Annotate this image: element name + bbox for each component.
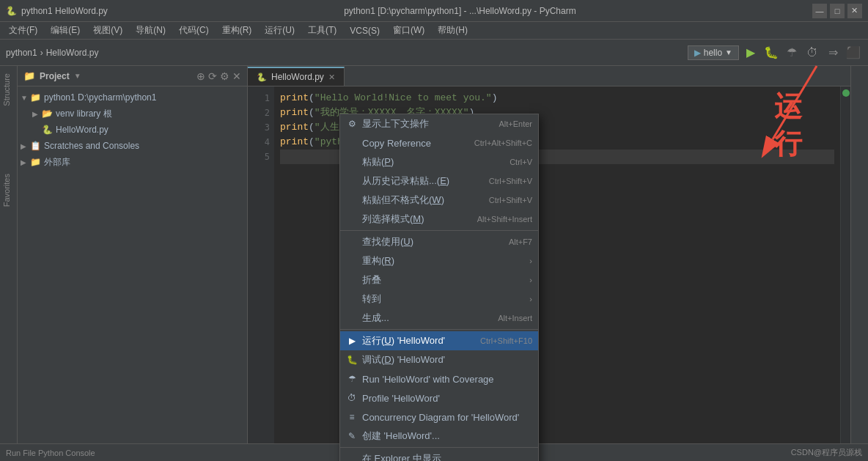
tree-arrow-external: ▶ bbox=[21, 158, 29, 166]
ctx-shortcut-paste-plain: Ctrl+Shift+V bbox=[489, 196, 532, 204]
panel-action-buttons: ⊕ ⟳ ⚙ ✕ bbox=[196, 70, 241, 82]
tree-item-scratches[interactable]: ▶ 📋 Scratches and Consoles bbox=[18, 138, 247, 154]
ctx-label-show-explorer: 在 Explorer 中显示 bbox=[362, 452, 441, 461]
menu-window[interactable]: 窗口(W) bbox=[387, 23, 430, 38]
ctx-item-find-usages[interactable]: 查找使用(U)Alt+F7 bbox=[340, 232, 538, 251]
menu-file[interactable]: 文件(F) bbox=[3, 23, 43, 38]
ctx-item-copy-reference[interactable]: Copy ReferenceCtrl+Alt+Shift+C bbox=[340, 133, 538, 152]
ctx-item-show-context[interactable]: ⚙显示上下文操作Alt+Enter bbox=[340, 114, 538, 133]
tab-py-icon: 🐍 bbox=[257, 73, 267, 82]
run-config-name: hello bbox=[704, 48, 722, 58]
menu-help[interactable]: 帮助(H) bbox=[432, 23, 474, 38]
menu-navigate[interactable]: 导航(N) bbox=[130, 23, 172, 38]
python-file-icon: 🐍 bbox=[41, 124, 53, 136]
project-panel: 📁 Project ▼ ⊕ ⟳ ⚙ ✕ ▼ 📁 python1 D:\pycha… bbox=[18, 66, 248, 443]
right-gutter bbox=[840, 86, 850, 443]
menu-vcs[interactable]: VCS(S) bbox=[344, 24, 386, 37]
ctx-item-left-profile: ⏱Profile 'HelloWord' bbox=[346, 392, 440, 404]
panel-close-button[interactable]: ✕ bbox=[232, 70, 241, 82]
panel-icon: 📁 bbox=[23, 70, 35, 81]
menu-view[interactable]: 视图(V) bbox=[87, 23, 128, 38]
tree-arrow-venv: ▶ bbox=[32, 110, 41, 118]
ctx-label-goto: 转到 bbox=[362, 292, 381, 306]
title-buttons: — □ ✕ bbox=[812, 4, 862, 18]
menu-edit[interactable]: 编辑(E) bbox=[45, 23, 86, 38]
close-button[interactable]: ✕ bbox=[847, 4, 862, 18]
ctx-icon-find-usages bbox=[346, 236, 358, 248]
ctx-icon-paste-plain bbox=[346, 194, 358, 206]
maximize-button[interactable]: □ bbox=[830, 4, 845, 18]
menu-run[interactable]: 运行(U) bbox=[259, 23, 301, 38]
tab-close-icon[interactable]: ✕ bbox=[328, 73, 335, 82]
ctx-item-refactor[interactable]: 重构(R)› bbox=[340, 251, 538, 270]
ctx-label-refactor: 重构(R) bbox=[362, 254, 394, 268]
ctx-item-paste-plain[interactable]: 粘贴但不格式化(W)Ctrl+Shift+V bbox=[340, 191, 538, 210]
stop-button[interactable]: ⬛ bbox=[845, 44, 862, 62]
ctx-label-run-helloword: 运行(U) 'HelloWord' bbox=[362, 334, 445, 347]
ctx-shortcut-paste: Ctrl+V bbox=[510, 158, 532, 166]
tree-label-scratches: Scratches and Consoles bbox=[44, 141, 139, 151]
ctx-icon-debug-helloword: 🐛 bbox=[346, 354, 358, 366]
toolbar: python1 › HelloWord.py ▶ hello ▼ ▶ 🐛 ☂ ⏱… bbox=[0, 40, 868, 66]
ctx-label-generate: 生成... bbox=[362, 311, 389, 325]
panel-add-button[interactable]: ⊕ bbox=[196, 70, 205, 82]
ctx-icon-run-coverage: ☂ bbox=[346, 373, 358, 385]
ctx-item-show-explorer[interactable]: 在 Explorer 中显示 bbox=[340, 449, 538, 461]
ctx-label-paste: 粘贴(P) bbox=[362, 155, 394, 169]
ctx-item-paste[interactable]: 粘贴(P)Ctrl+V bbox=[340, 152, 538, 172]
ctx-shortcut-show-context: Alt+Enter bbox=[499, 119, 532, 128]
build-button[interactable]: ⇒ bbox=[824, 44, 842, 62]
ctx-icon-create-config: ✎ bbox=[346, 430, 358, 442]
ctx-item-left-goto: 转到 bbox=[346, 292, 381, 306]
run-button[interactable]: ▶ bbox=[742, 44, 760, 62]
ctx-item-debug-helloword[interactable]: 🐛调试(D) 'HelloWord' bbox=[340, 350, 538, 369]
tree-item-external[interactable]: ▶ 📁 外部库 bbox=[18, 154, 247, 170]
debug-button[interactable]: 🐛 bbox=[762, 44, 780, 62]
ctx-item-fold[interactable]: 折叠› bbox=[340, 270, 538, 289]
ctx-icon-run-helloword: ▶ bbox=[346, 335, 358, 347]
ctx-icon-col-select bbox=[346, 213, 358, 225]
ctx-item-left-debug-helloword: 🐛调试(D) 'HelloWord' bbox=[346, 353, 445, 366]
tree-item-root[interactable]: ▼ 📁 python1 D:\pycharm\python1 bbox=[18, 89, 247, 106]
menu-refactor[interactable]: 重构(R) bbox=[216, 23, 258, 38]
ctx-shortcut-find-usages: Alt+F7 bbox=[509, 237, 532, 246]
title-icon: 🐍 bbox=[6, 6, 17, 16]
tree-item-venv[interactable]: ▶ 📂 venv library 根 bbox=[18, 106, 247, 122]
panel-sync-button[interactable]: ⟳ bbox=[208, 70, 217, 82]
tree-item-helloword[interactable]: 🐍 HelloWord.py bbox=[18, 122, 247, 138]
coverage-button[interactable]: ☂ bbox=[783, 44, 801, 62]
ctx-item-left-col-select: 列选择模式(M) bbox=[346, 213, 424, 226]
editor-content: 1 2 3 4 5 print("Hello World!Nice to mee… bbox=[248, 86, 850, 443]
ctx-item-goto[interactable]: 转到› bbox=[340, 289, 538, 309]
menu-tools[interactable]: 工具(T) bbox=[302, 23, 342, 38]
ctx-item-create-config[interactable]: ✎创建 'HelloWord'... bbox=[340, 427, 538, 446]
ctx-item-run-helloword[interactable]: ▶运行(U) 'HelloWord'Ctrl+Shift+F10 bbox=[340, 331, 538, 350]
ctx-item-col-select[interactable]: 列选择模式(M)Alt+Shift+Insert bbox=[340, 210, 538, 229]
panel-settings-button[interactable]: ⚙ bbox=[220, 70, 229, 82]
minimize-button[interactable]: — bbox=[812, 4, 827, 18]
project-tree: ▼ 📁 python1 D:\pycharm\python1 ▶ 📂 venv … bbox=[18, 86, 247, 443]
left-tab-favorites[interactable]: Favorites bbox=[1, 169, 17, 211]
ctx-item-generate[interactable]: 生成...Alt+Insert bbox=[340, 309, 538, 328]
ctx-item-left-generate: 生成... bbox=[346, 311, 389, 325]
menu-code[interactable]: 代码(C) bbox=[173, 23, 215, 38]
editor-tab-helloword[interactable]: 🐍 HelloWord.py ✕ bbox=[248, 67, 345, 86]
ctx-item-left-show-explorer: 在 Explorer 中显示 bbox=[346, 452, 441, 461]
ctx-item-left-find-usages: 查找使用(U) bbox=[346, 235, 413, 248]
ctx-item-left-fold: 折叠 bbox=[346, 273, 381, 287]
ctx-separator bbox=[340, 329, 538, 330]
ctx-label-profile: Profile 'HelloWord' bbox=[362, 393, 440, 404]
status-run-console[interactable]: Run File Python Console bbox=[6, 449, 95, 457]
ctx-item-left-copy-reference: Copy Reference bbox=[346, 137, 431, 149]
tree-label-external: 外部库 bbox=[44, 156, 70, 169]
left-side-tabs: Structure Favorites bbox=[0, 66, 18, 443]
ctx-item-run-coverage[interactable]: ☂Run 'HelloWord' with Coverage bbox=[340, 369, 538, 388]
ctx-shortcut-paste-history: Ctrl+Shift+V bbox=[489, 177, 532, 185]
tree-label-venv: venv library 根 bbox=[56, 108, 112, 120]
ctx-item-paste-history[interactable]: 从历史记录粘贴...(E)Ctrl+Shift+V bbox=[340, 172, 538, 191]
ctx-item-concurrency[interactable]: ≡Concurrency Diagram for 'HelloWord' bbox=[340, 407, 538, 427]
ctx-item-profile[interactable]: ⏱Profile 'HelloWord' bbox=[340, 388, 538, 407]
profile-button[interactable]: ⏱ bbox=[803, 44, 821, 62]
run-config-selector[interactable]: ▶ hello ▼ bbox=[688, 45, 739, 60]
left-tab-structure[interactable]: Structure bbox=[1, 69, 17, 111]
